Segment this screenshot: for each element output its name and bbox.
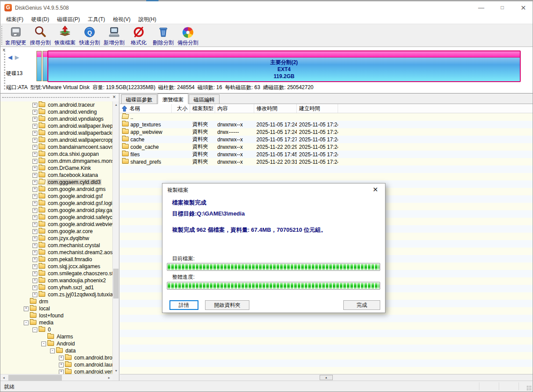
tree-item[interactable]: +com.android.vending	[0, 108, 112, 115]
tree-item[interactable]: +com.android.vpndialogs	[0, 115, 112, 122]
tree-item[interactable]: +com.android.wallpapercropper	[0, 137, 112, 144]
collapse-icon[interactable]: -	[50, 349, 55, 353]
recover-files-button[interactable]: 恢復檔案	[53, 25, 77, 47]
column-header[interactable]: 名稱	[120, 104, 172, 113]
tab-inactive[interactable]: 磁碟區參數	[121, 94, 157, 104]
expand-icon[interactable]: +	[32, 159, 37, 164]
tree-item[interactable]: +com.zs.jyj01zqdwxdj.tutuxia	[0, 291, 112, 298]
expand-icon[interactable]: +	[32, 124, 37, 129]
tab-inactive[interactable]: 磁區編輯	[189, 94, 220, 104]
collapse-icon[interactable]: -	[32, 327, 37, 332]
menu-item[interactable]: 檔案(F)	[2, 14, 27, 23]
expand-icon[interactable]: +	[32, 257, 37, 262]
expand-icon[interactable]: +	[32, 285, 37, 290]
small-partition-1[interactable]	[36, 51, 42, 81]
expand-icon[interactable]: +	[32, 243, 37, 248]
expand-icon[interactable]: +	[32, 250, 37, 255]
tree-item[interactable]: +com.google.ar.core	[0, 228, 112, 235]
collapse-panel-button[interactable]: ▲	[320, 375, 333, 380]
vertical-scroll-thumb[interactable]	[113, 269, 119, 298]
tree-item[interactable]: +com.DrGame.Kink	[0, 165, 112, 172]
menu-item[interactable]: 檢視(V)	[109, 14, 134, 23]
expand-icon[interactable]: +	[32, 215, 37, 220]
tree-close-icon[interactable]: ×	[111, 94, 117, 100]
done-button[interactable]: 完成	[343, 300, 380, 310]
overview-drag-handle[interactable]	[4, 50, 5, 90]
tree-item[interactable]: +com.mechanist.crystal	[0, 242, 112, 249]
table-row[interactable]: app_webview資料夾drwx------2025-11-05 17:24…	[120, 128, 533, 136]
tree-horizontal-scrollbar[interactable]: ◄ ►	[0, 374, 112, 381]
tree-item[interactable]: +com.wandoujia.phoenix2	[0, 277, 112, 284]
tree-item[interactable]: +com.bandainamcoent.saovs	[0, 144, 112, 151]
search-partition-button[interactable]: 搜尋分割	[28, 25, 53, 47]
tree-item[interactable]: +com.yhwh.sxzl_ad1	[0, 284, 112, 291]
tab-active[interactable]: 瀏覽檔案	[158, 94, 188, 104]
minimize-button[interactable]: —	[474, 2, 489, 13]
column-header[interactable]: 大小	[172, 104, 190, 113]
delete-partition-button[interactable]: 刪除分割	[151, 25, 176, 47]
tree-item[interactable]: -0	[0, 326, 112, 333]
expand-icon[interactable]: +	[59, 370, 64, 374]
expand-icon[interactable]: +	[32, 166, 37, 171]
dialog-close-icon[interactable]: ✕	[368, 184, 382, 195]
maximize-button[interactable]: □	[495, 2, 510, 13]
tree-item[interactable]: +com.slqj.jccx.aligames	[0, 263, 112, 270]
tree-item[interactable]: -Android	[0, 340, 112, 347]
apply-changes-button[interactable]: 套用變更	[4, 25, 28, 47]
table-row[interactable]: app_textures資料夾drwxrwx--x2025-11-05 17:2…	[120, 121, 533, 128]
expand-icon[interactable]: +	[32, 145, 37, 150]
quick-partition-button[interactable]: Q快速分割	[77, 25, 102, 47]
tree-item[interactable]: +com.google.android.gsf	[0, 193, 112, 200]
expand-icon[interactable]: +	[24, 306, 29, 311]
table-row[interactable]: files資料夾drwxrwx--x2025-11-05 17:45:50202…	[120, 151, 533, 158]
expand-icon[interactable]: +	[32, 187, 37, 192]
column-header[interactable]: 修改時間	[254, 104, 297, 113]
tree-item[interactable]: +com.dca.shixi.guopan	[0, 151, 112, 158]
table-row[interactable]: code_cache資料夾drwxrwx--x2025-11-22 20:29:…	[120, 143, 533, 151]
format-button[interactable]: 格式化	[126, 25, 151, 47]
toolbar-drag-handle[interactable]	[1, 26, 2, 45]
scroll-up-icon[interactable]: ▲	[113, 101, 119, 108]
tree-splitter-handle[interactable]	[2, 97, 109, 98]
collapse-icon[interactable]: -	[41, 342, 46, 346]
expand-icon[interactable]: +	[32, 194, 37, 199]
tree-item[interactable]: +com.facebook.katana	[0, 172, 112, 179]
expand-icon[interactable]: +	[32, 271, 37, 276]
tree-item[interactable]: +com.smilegate.chaoszero.stove.g	[0, 270, 112, 277]
expand-icon[interactable]: +	[32, 264, 37, 269]
expand-icon[interactable]: +	[32, 222, 37, 227]
open-folder-button[interactable]: 開啟資料夾	[205, 300, 249, 310]
scroll-left-icon[interactable]: ◄	[0, 374, 7, 381]
expand-icon[interactable]: +	[32, 110, 37, 115]
tree-item[interactable]: +com.android.vending	[0, 368, 112, 374]
tree-item[interactable]: +com.android.launcher	[0, 361, 112, 368]
menu-item[interactable]: 磁碟區(P)	[53, 14, 84, 23]
expand-icon[interactable]: +	[32, 278, 37, 283]
tree-item[interactable]: Alarms	[0, 333, 112, 340]
expand-icon[interactable]: +	[32, 180, 37, 185]
tree-item[interactable]: -data	[0, 347, 112, 354]
menu-item[interactable]: 硬碟(D)	[27, 14, 53, 23]
tree-item[interactable]: +local	[0, 305, 112, 312]
expand-icon[interactable]: +	[32, 201, 37, 206]
column-header[interactable]: 內容	[215, 104, 254, 113]
tree-item[interactable]: +com.google.android.safetycore	[0, 214, 112, 221]
tree-item[interactable]: +com.mechanist.dream2.aos	[0, 249, 112, 256]
tree-item[interactable]: +com.android.wallpaperbackup	[0, 129, 112, 137]
expand-icon[interactable]: +	[32, 117, 37, 122]
resize-grip[interactable]	[526, 385, 532, 391]
collapse-icon[interactable]: -	[24, 320, 29, 325]
menu-item[interactable]: 說明(H)	[134, 14, 160, 23]
expand-icon[interactable]: +	[32, 103, 37, 108]
tree-item[interactable]: -media	[0, 319, 112, 326]
tree-item[interactable]: +com.google.android.webview	[0, 221, 112, 228]
tree-item[interactable]: drm	[0, 298, 112, 305]
expand-icon[interactable]: +	[32, 208, 37, 213]
tree-item[interactable]: +com.google.android.play.games	[0, 207, 112, 214]
tree-item[interactable]: +com.google.android.gsf.login	[0, 200, 112, 207]
table-row[interactable]: cache資料夾drwxrwx--x2025-11-05 17:27:56202…	[120, 136, 533, 143]
details-button[interactable]: 詳情	[169, 300, 198, 310]
expand-icon[interactable]: +	[32, 229, 37, 234]
tree-item[interactable]: +com.pekall.fmradio	[0, 256, 112, 263]
table-row[interactable]: shared_prefs資料夾drwxrwx--x2025-11-22 20:3…	[120, 158, 533, 165]
